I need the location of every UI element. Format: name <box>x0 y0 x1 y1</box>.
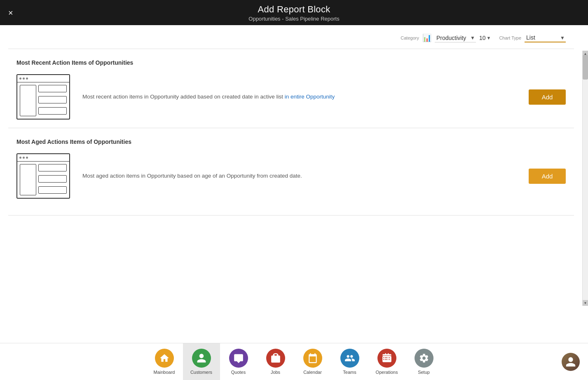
preview-row3-aged <box>38 186 67 194</box>
modal-title: Add Report Block <box>0 4 588 15</box>
nav-label-jobs: Jobs <box>271 370 280 375</box>
bottom-nav: Mainboard Customers Quotes Jobs Calendar… <box>0 343 588 380</box>
preview-body-recent <box>17 82 69 119</box>
count-chevron-icon: ▼ <box>487 35 491 40</box>
nav-label-teams: Teams <box>343 370 356 375</box>
nav-item-operations[interactable]: Operations <box>368 343 405 380</box>
teams-icon <box>340 349 359 368</box>
modal-header: × Add Report Block Opportunities - Sales… <box>0 0 588 25</box>
divider-bottom <box>8 215 574 216</box>
avatar-image <box>562 353 580 371</box>
preview-row1-recent <box>38 85 67 92</box>
nav-item-quotes[interactable]: Quotes <box>220 343 257 380</box>
preview-row2-aged <box>38 175 67 183</box>
chart-type-filter-group: Chart Type List Bar Pie Line ▼ <box>499 33 566 42</box>
nav-item-setup[interactable]: Setup <box>405 343 443 380</box>
dot5 <box>23 157 25 159</box>
quotes-icon <box>229 349 248 368</box>
category-select-wrapper: Productivity Sales Operations ▼ <box>435 34 476 42</box>
nav-item-customers[interactable]: Customers <box>183 343 220 380</box>
chart-type-select[interactable]: List Bar Pie Line <box>525 33 566 42</box>
avatar[interactable] <box>562 353 580 371</box>
preview-sidebar-recent <box>20 85 36 116</box>
add-button-recent[interactable]: Add <box>529 89 566 105</box>
section-aged: Most Aged Actions Items of Opportunities… <box>0 128 582 207</box>
nav-label-operations: Operations <box>376 370 398 375</box>
nav-item-calendar[interactable]: Calendar <box>294 343 331 380</box>
nav-label-quotes: Quotes <box>231 370 246 375</box>
dot2 <box>23 77 25 80</box>
section-recent: Most Recent Action Items of Opportunitie… <box>0 49 582 128</box>
close-button[interactable]: × <box>8 9 13 17</box>
preview-top-aged <box>17 154 69 162</box>
count-select-wrapper: 10 ▼ <box>479 35 491 41</box>
chart-type-label: Chart Type <box>499 35 521 40</box>
mainboard-icon <box>155 349 174 368</box>
preview-row2-recent <box>38 96 67 103</box>
filter-bar: Category 📊 Productivity Sales Operations… <box>0 25 582 49</box>
count-value: 10 <box>479 35 486 41</box>
nav-item-jobs[interactable]: Jobs <box>257 343 294 380</box>
add-button-aged[interactable]: Add <box>529 169 566 184</box>
report-item-recent: Most recent action items in Opportunity … <box>16 74 566 120</box>
operations-icon <box>377 349 396 368</box>
chart-icon: 📊 <box>422 33 431 42</box>
scrollbar-thumb[interactable] <box>583 55 588 80</box>
chart-type-select-wrapper: List Bar Pie Line ▼ <box>525 33 566 42</box>
preview-body-aged <box>17 162 69 198</box>
preview-sidebar-aged <box>20 164 36 195</box>
section-recent-title: Most Recent Action Items of Opportunitie… <box>16 59 566 66</box>
report-preview-recent <box>16 74 70 120</box>
description-highlight-recent: in entire Opportunity <box>285 94 335 100</box>
calendar-icon <box>303 349 322 368</box>
report-description-recent: Most recent action items in Opportunity … <box>82 93 516 101</box>
category-label: Category <box>401 35 419 40</box>
preview-row3-recent <box>38 107 67 115</box>
jobs-icon <box>266 349 285 368</box>
dot6 <box>26 157 28 159</box>
nav-item-teams[interactable]: Teams <box>331 343 368 380</box>
scrollbar-arrow-down[interactable]: ▼ <box>583 300 588 306</box>
report-description-aged: Most aged action items in Opportunity ba… <box>82 172 516 180</box>
nav-label-setup: Setup <box>418 370 430 375</box>
report-preview-aged <box>16 153 70 199</box>
scrollbar-track[interactable]: ▲ ▼ <box>582 51 588 306</box>
category-select[interactable]: Productivity Sales Operations <box>435 34 476 42</box>
preview-row1-aged <box>38 164 67 171</box>
report-item-aged: Most aged action items in Opportunity ba… <box>16 153 566 199</box>
customers-icon <box>192 349 211 368</box>
section-aged-title: Most Aged Actions Items of Opportunities <box>16 138 566 145</box>
nav-label-calendar: Calendar <box>303 370 322 375</box>
preview-top-recent <box>17 75 69 82</box>
nav-label-mainboard: Mainboard <box>154 370 175 375</box>
setup-icon <box>415 349 433 368</box>
dot3 <box>26 77 28 80</box>
dot1 <box>19 77 21 80</box>
modal-subtitle: Opportunities - Sales Pipeline Reports <box>0 16 588 22</box>
nav-label-customers: Customers <box>190 370 212 375</box>
dot4 <box>19 157 21 159</box>
nav-item-mainboard[interactable]: Mainboard <box>146 343 183 380</box>
category-filter-group: Category 📊 Productivity Sales Operations… <box>401 33 491 42</box>
main-content: Category 📊 Productivity Sales Operations… <box>0 25 588 343</box>
